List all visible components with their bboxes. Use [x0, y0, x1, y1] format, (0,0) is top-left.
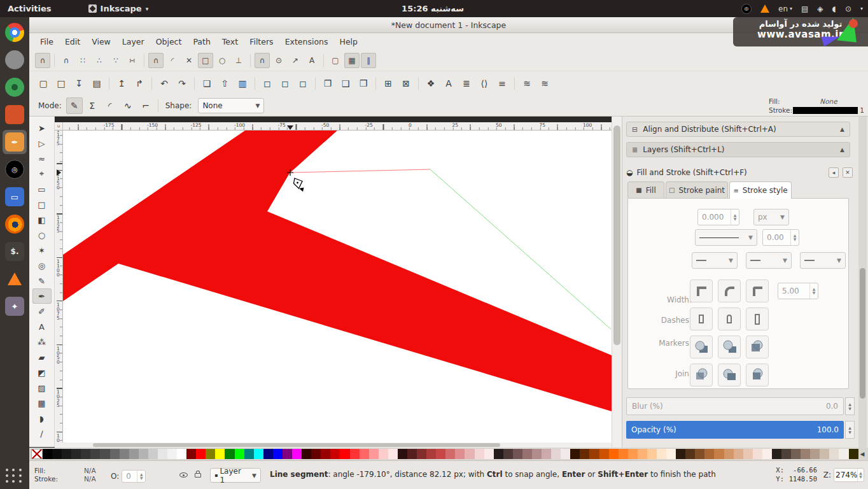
- rectangle-tool[interactable]: □: [32, 197, 52, 212]
- palette-swatch[interactable]: [849, 449, 858, 459]
- dock-item-remmina[interactable]: ▭: [3, 185, 27, 209]
- palette-swatch[interactable]: [263, 449, 273, 459]
- palette-swatch[interactable]: [120, 449, 129, 459]
- vertical-ruler[interactable]: 11751150112511001075105010251000: [55, 131, 63, 443]
- stroke-color-swatch[interactable]: [793, 107, 858, 114]
- palette-swatch[interactable]: [177, 449, 186, 459]
- cap-round-button[interactable]: [718, 308, 741, 330]
- palette-swatch[interactable]: [100, 449, 109, 459]
- dock-item-chrome[interactable]: [3, 20, 27, 45]
- cap-butt-button[interactable]: [690, 308, 713, 330]
- palette-swatch[interactable]: [379, 449, 388, 459]
- palette-swatch[interactable]: [657, 449, 666, 459]
- snap-paths-button[interactable]: ◜: [165, 53, 180, 68]
- palette-swatch[interactable]: [820, 449, 829, 459]
- star-tool[interactable]: ✶: [32, 243, 52, 258]
- palette-swatch[interactable]: [801, 449, 810, 459]
- zoom-value[interactable]: 274%: [834, 469, 857, 481]
- unlink-clone-button[interactable]: ❒: [355, 75, 372, 92]
- snap-bbox-corners-button[interactable]: ∴: [92, 53, 107, 68]
- palette-swatch[interactable]: [484, 449, 494, 459]
- dock-item-kdenlive[interactable]: [3, 103, 27, 127]
- palette-swatch[interactable]: [685, 449, 695, 459]
- text-dialog-button[interactable]: A: [440, 75, 457, 92]
- menu-object[interactable]: Object: [150, 34, 188, 49]
- xml-editor-button[interactable]: ⟨⟩: [476, 75, 493, 92]
- measure-tool[interactable]: ▭: [32, 181, 52, 197]
- palette-swatch[interactable]: [609, 449, 619, 459]
- cap-square-button[interactable]: [746, 308, 769, 330]
- stroke-width-input[interactable]: 0.000 ▲▼: [697, 209, 739, 225]
- palette-swatch[interactable]: [619, 449, 628, 459]
- mode-straight-segments-button[interactable]: ∿: [120, 97, 136, 114]
- snap-bbox-button[interactable]: ∩: [59, 53, 74, 68]
- horizontal-scrollbar[interactable]: [55, 443, 612, 448]
- fill-indicator-value[interactable]: None: [793, 97, 864, 105]
- mode-bspline-button[interactable]: ◜: [102, 97, 118, 114]
- fill-stroke-dialog-button[interactable]: ❖: [423, 75, 439, 92]
- dock-item-obs[interactable]: ◎: [3, 157, 27, 181]
- tab-fill[interactable]: ■Fill: [627, 181, 664, 198]
- keyboard-layout-indicator[interactable]: en ▾: [778, 4, 792, 13]
- eraser-tool[interactable]: ▰: [32, 350, 52, 365]
- palette-swatch[interactable]: [330, 449, 340, 459]
- snap-enable-button[interactable]: ∩: [35, 53, 50, 68]
- palette-swatch[interactable]: [225, 449, 234, 459]
- palette-swatch[interactable]: [129, 449, 139, 459]
- palette-swatch[interactable]: [283, 449, 292, 459]
- palette-swatch[interactable]: [292, 449, 302, 459]
- export-button[interactable]: ↥: [113, 75, 130, 92]
- print-button[interactable]: ▤: [88, 75, 105, 92]
- spinner-arrows[interactable]: ▲▼: [137, 471, 145, 482]
- dock-item-kazam[interactable]: [3, 75, 27, 99]
- palette-swatch[interactable]: [666, 449, 676, 459]
- layers-dialog-button[interactable]: ≣: [458, 75, 475, 92]
- open-document-button[interactable]: □: [53, 75, 69, 92]
- pen-tool[interactable]: ✒: [32, 288, 52, 304]
- palette-swatch[interactable]: [254, 449, 263, 459]
- mode-bezier-button[interactable]: ✎: [66, 97, 83, 114]
- palette-swatch[interactable]: [369, 449, 379, 459]
- end-marker-select[interactable]: ▼: [800, 252, 846, 269]
- select-all-button[interactable]: ◻: [259, 75, 276, 92]
- object-opacity-value[interactable]: 0: [122, 471, 137, 482]
- snap-bbox-edge-midpoints-button[interactable]: ∵: [108, 53, 123, 68]
- palette-swatch[interactable]: [580, 449, 589, 459]
- palette-swatch[interactable]: [724, 449, 734, 459]
- paint-order-msf-button[interactable]: [746, 364, 769, 386]
- mesh-gradient-tool[interactable]: ▦: [32, 395, 52, 411]
- vertical-scrollbar[interactable]: [612, 117, 622, 448]
- duplicate-button[interactable]: ❐: [319, 75, 336, 92]
- snap-page-border-button[interactable]: ▢: [328, 53, 343, 68]
- preferences-button[interactable]: ≋: [536, 75, 553, 92]
- snap-guides-button[interactable]: ∥: [361, 53, 376, 68]
- palette-swatch[interactable]: [196, 449, 206, 459]
- panel-scrollbar[interactable]: [858, 117, 867, 448]
- zoom-drawing-button[interactable]: ⊠: [398, 75, 414, 92]
- palette-swatch[interactable]: [781, 449, 791, 459]
- palette-swatch[interactable]: [407, 449, 417, 459]
- layer-visibility-icon[interactable]: [179, 472, 188, 478]
- tab-stroke-paint[interactable]: □Stroke paint: [666, 181, 728, 198]
- collapse-arrow-icon[interactable]: ▲: [840, 126, 844, 132]
- palette-swatch[interactable]: [695, 449, 704, 459]
- snap-object-centers-button[interactable]: ⊙: [271, 53, 286, 68]
- opacity-spinner[interactable]: ▲▼: [845, 421, 855, 439]
- blur-slider[interactable]: Blur (%) 0.0: [626, 397, 844, 415]
- palette-swatch[interactable]: [436, 449, 445, 459]
- paint-order-sfm-button[interactable]: [718, 336, 741, 358]
- palette-swatch[interactable]: [52, 449, 62, 459]
- palette-swatch[interactable]: [753, 449, 762, 459]
- close-icon[interactable]: ✕: [843, 167, 853, 178]
- snap-bbox-centers-button[interactable]: ∺: [125, 53, 140, 68]
- dock-item-settings[interactable]: [3, 48, 27, 72]
- palette-swatch[interactable]: [503, 449, 513, 459]
- palette-swatch[interactable]: [475, 449, 484, 459]
- snap-options-button[interactable]: ≋: [519, 75, 535, 92]
- palette-swatch[interactable]: [561, 449, 570, 459]
- palette-swatch[interactable]: [81, 449, 90, 459]
- snap-text-baseline-button[interactable]: A: [304, 53, 319, 68]
- palette-swatch[interactable]: [743, 449, 753, 459]
- paste-button[interactable]: ⇧: [216, 75, 233, 92]
- horizontal-scrollbar-thumb[interactable]: [93, 443, 500, 447]
